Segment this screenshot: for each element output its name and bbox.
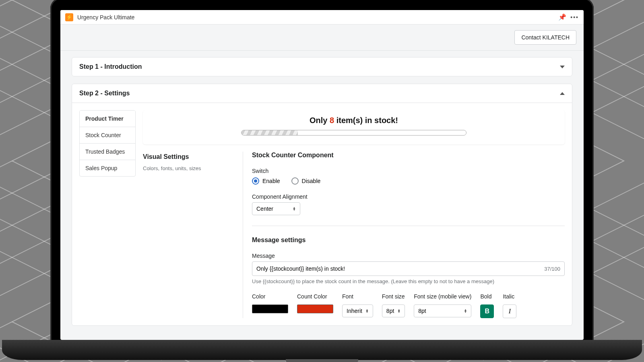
contact-button[interactable]: Contact KILATECH bbox=[514, 30, 576, 45]
count-color-swatch[interactable] bbox=[297, 304, 333, 313]
app-title: Urgency Pack Ultimate bbox=[77, 14, 134, 21]
laptop-base bbox=[2, 340, 642, 360]
app-logo: ⚡ bbox=[65, 13, 73, 21]
sidetab-product-timer[interactable]: Product Timer bbox=[80, 111, 135, 127]
font-size-mobile-label: Font size (mobile view) bbox=[414, 293, 471, 300]
chevron-up-icon bbox=[560, 92, 565, 95]
count-color-label: Count Color bbox=[297, 293, 333, 300]
message-label: Message bbox=[252, 253, 565, 259]
step1-accordion[interactable]: Step 1 - Introduction bbox=[72, 57, 572, 76]
char-count: 37/100 bbox=[544, 266, 560, 272]
radio-dot-icon bbox=[252, 177, 259, 185]
sidetab-trusted-badges[interactable]: Trusted Badges bbox=[80, 144, 135, 160]
step2-accordion: Step 2 - Settings Product Timer Stock Co… bbox=[72, 84, 572, 326]
radio-disable[interactable]: Disable bbox=[291, 177, 321, 185]
visual-settings-subtitle: Colors, fonts, units, sizes bbox=[143, 165, 231, 171]
laptop-frame: ⚡ Urgency Pack Ultimate 📌 ••• Contact KI… bbox=[50, 0, 594, 344]
bold-toggle[interactable]: B bbox=[480, 304, 494, 318]
step2-header[interactable]: Step 2 - Settings bbox=[72, 84, 572, 103]
preview-card: Only 8 item(s) in stock! bbox=[143, 110, 565, 144]
font-size-mobile-select[interactable]: 8pt ▲▼ bbox=[414, 304, 471, 317]
font-size-select[interactable]: 8pt ▲▼ bbox=[382, 304, 405, 317]
side-tabs: Product Timer Stock Counter Trusted Badg… bbox=[79, 110, 136, 177]
stock-progress-fill bbox=[242, 130, 298, 135]
bold-label: Bold bbox=[480, 293, 494, 300]
font-select[interactable]: Inherit ▲▼ bbox=[342, 304, 373, 317]
color-label: Color bbox=[252, 293, 288, 300]
message-input-wrap: 37/100 bbox=[252, 261, 565, 276]
visual-settings-title: Visual Settings bbox=[143, 153, 231, 160]
switch-label: Switch bbox=[252, 168, 565, 174]
visual-settings-summary: Visual Settings Colors, fonts, units, si… bbox=[143, 152, 231, 318]
radio-dot-icon bbox=[291, 177, 299, 185]
alignment-select[interactable]: Center ▲▼ bbox=[252, 202, 300, 215]
topbar: ⚡ Urgency Pack Ultimate 📌 ••• bbox=[60, 10, 584, 25]
sidetab-stock-counter[interactable]: Stock Counter bbox=[80, 127, 135, 144]
select-updown-icon: ▲▼ bbox=[365, 309, 369, 313]
select-updown-icon: ▲▼ bbox=[397, 309, 400, 313]
italic-label: Italic bbox=[503, 293, 516, 300]
header-row: Contact KILATECH bbox=[60, 25, 584, 51]
preview-message: Only 8 item(s) in stock! bbox=[150, 116, 557, 125]
divider bbox=[252, 226, 565, 226]
font-label: Font bbox=[342, 293, 373, 300]
laptop-notch bbox=[286, 359, 358, 362]
chevron-down-icon bbox=[560, 66, 565, 68]
bolt-icon: ⚡ bbox=[66, 14, 72, 20]
italic-toggle[interactable]: I bbox=[503, 304, 516, 318]
color-swatch[interactable] bbox=[252, 304, 288, 313]
pin-icon[interactable]: 📌 bbox=[558, 13, 566, 21]
preview-count: 8 bbox=[330, 116, 334, 125]
message-input[interactable] bbox=[256, 262, 544, 276]
alignment-label: Component Alignment bbox=[252, 193, 565, 200]
sidetab-sales-popup[interactable]: Sales Popup bbox=[80, 160, 135, 176]
stock-component-title: Stock Counter Component bbox=[252, 152, 565, 159]
app-screen: ⚡ Urgency Pack Ultimate 📌 ••• Contact KI… bbox=[60, 10, 584, 340]
select-updown-icon: ▲▼ bbox=[464, 309, 467, 313]
more-icon[interactable]: ••• bbox=[570, 14, 579, 21]
main-content: Step 1 - Introduction Step 2 - Settings … bbox=[60, 51, 584, 340]
radio-enable[interactable]: Enable bbox=[252, 177, 280, 185]
stock-progress bbox=[241, 130, 466, 136]
font-size-label: Font size bbox=[382, 293, 405, 300]
message-settings-title: Message settings bbox=[252, 237, 565, 244]
select-updown-icon: ▲▼ bbox=[293, 207, 296, 211]
message-hint: Use {{stockcount}} to place the stock co… bbox=[252, 278, 565, 284]
step1-title: Step 1 - Introduction bbox=[79, 63, 142, 70]
step2-title: Step 2 - Settings bbox=[79, 90, 130, 97]
